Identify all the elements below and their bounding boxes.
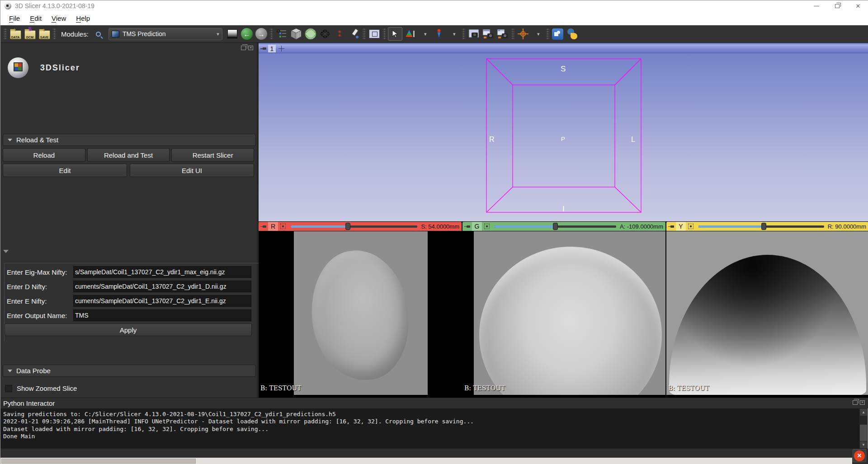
parameters-section: Enter Eig-Max Nifty: Enter D Nifty: Ente… bbox=[4, 263, 259, 341]
reload-button[interactable]: Reload bbox=[3, 148, 85, 162]
undock-console-icon[interactable] bbox=[853, 400, 858, 405]
scroll-down-icon[interactable]: ▼ bbox=[860, 441, 867, 448]
yellow-slice-slider[interactable] bbox=[698, 222, 824, 231]
scroll-up-icon[interactable]: ▲ bbox=[860, 409, 867, 416]
menu-edit[interactable]: Edit bbox=[26, 13, 46, 23]
yellow-slice-letter[interactable]: Y bbox=[676, 222, 686, 231]
toolbar-grip[interactable] bbox=[53, 28, 56, 40]
console-vertical-scrollbar[interactable]: ▲ ▼ bbox=[859, 408, 868, 449]
apply-button[interactable]: Apply bbox=[5, 323, 252, 336]
menu-help[interactable]: Help bbox=[72, 13, 94, 23]
volumes-module-button[interactable] bbox=[289, 27, 303, 41]
screen-capture-button[interactable] bbox=[481, 27, 495, 41]
restart-slicer-button[interactable]: Restart Slicer bbox=[171, 148, 254, 162]
scrollbar-thumb[interactable] bbox=[860, 425, 867, 441]
load-data-button[interactable]: ↑ DATA bbox=[9, 27, 22, 41]
slice-visibility-icon[interactable] bbox=[688, 224, 693, 229]
green-slice-view[interactable]: B: TESTOUT bbox=[462, 231, 665, 398]
place-fiducial-button[interactable] bbox=[432, 27, 446, 41]
save-data-button[interactable]: ↓ SAVE bbox=[38, 27, 51, 41]
module-search-button[interactable] bbox=[92, 27, 105, 41]
threeD-view-label[interactable]: 1 bbox=[268, 45, 276, 52]
pin-icon[interactable] bbox=[668, 225, 674, 229]
history-forward-button[interactable]: → bbox=[255, 27, 268, 41]
history-icon bbox=[227, 29, 237, 38]
close-python-console-button[interactable]: ✕ bbox=[853, 449, 866, 462]
pin-icon[interactable] bbox=[464, 225, 470, 229]
scene-views-button[interactable] bbox=[496, 27, 509, 41]
toolbar-grip[interactable] bbox=[511, 28, 514, 40]
slice-visibility-icon[interactable] bbox=[280, 224, 286, 229]
menu-view[interactable]: View bbox=[47, 13, 70, 23]
screenshot-button[interactable] bbox=[467, 27, 481, 41]
layout-button[interactable] bbox=[368, 27, 381, 41]
window-level-dropdown[interactable]: ▾ bbox=[418, 27, 431, 41]
python-interactor-title: Python Interactor bbox=[3, 399, 55, 407]
pin-icon[interactable] bbox=[260, 47, 266, 51]
undock-panel-icon[interactable] bbox=[241, 46, 246, 50]
minimize-button[interactable] bbox=[806, 0, 827, 11]
python-console[interactable]: Saving predictions to: C:/Slicer/Slicer … bbox=[0, 408, 860, 449]
toolbar-grip[interactable] bbox=[462, 28, 465, 40]
d-nifty-input[interactable] bbox=[73, 281, 251, 292]
load-dicom-button[interactable]: ⇅ DCM bbox=[23, 27, 37, 41]
data-module-button[interactable] bbox=[275, 27, 288, 41]
place-fiducial-dropdown[interactable]: ▾ bbox=[447, 27, 460, 41]
green-slice-annotation: B: TESTOUT bbox=[464, 384, 505, 392]
green-slice-letter[interactable]: G bbox=[472, 222, 482, 231]
toolbar-grip[interactable] bbox=[270, 28, 273, 40]
output-name-label: Enter Output Name: bbox=[5, 312, 73, 319]
e-nifty-input[interactable] bbox=[73, 295, 251, 307]
section-collapse-triangle[interactable] bbox=[3, 250, 9, 253]
python-console-button[interactable] bbox=[566, 27, 579, 41]
crosshair-button[interactable] bbox=[516, 27, 530, 41]
green-slice-slider[interactable] bbox=[495, 222, 616, 231]
slider-handle[interactable] bbox=[761, 223, 766, 230]
toolbar-grip[interactable] bbox=[4, 28, 7, 40]
eig-max-input[interactable] bbox=[73, 266, 251, 278]
red-slice-letter[interactable]: R bbox=[268, 222, 278, 231]
extensions-manager-button[interactable] bbox=[551, 27, 565, 41]
interaction-mode-button[interactable] bbox=[388, 27, 402, 41]
layout-icon bbox=[369, 29, 380, 38]
crosshair-dropdown[interactable]: ▾ bbox=[531, 27, 544, 41]
history-back-button[interactable]: ← bbox=[240, 27, 254, 41]
scrollbar-thumb[interactable] bbox=[1, 459, 196, 464]
show-zoomed-slice-checkbox[interactable] bbox=[5, 385, 12, 392]
edit-button[interactable]: Edit bbox=[3, 164, 127, 177]
toolbar-grip[interactable] bbox=[383, 28, 386, 40]
red-slice-bar: R S: 54.0000mm bbox=[259, 222, 462, 231]
annotations-module-button[interactable] bbox=[347, 27, 361, 41]
module-selector-dropdown[interactable]: TMS Prediction ▾ bbox=[108, 28, 222, 40]
console-horizontal-scrollbar[interactable] bbox=[0, 458, 852, 464]
reload-and-test-button[interactable]: Reload and Test bbox=[87, 148, 170, 162]
slice-visibility-icon[interactable] bbox=[484, 224, 490, 229]
slider-handle[interactable] bbox=[553, 223, 558, 230]
toolbar-grip[interactable] bbox=[363, 28, 366, 40]
pin-icon[interactable] bbox=[260, 225, 266, 229]
transforms-module-button[interactable] bbox=[318, 27, 332, 41]
data-probe-section-header[interactable]: Data Probe bbox=[3, 365, 256, 377]
output-name-input[interactable] bbox=[73, 309, 251, 321]
close-panel-icon[interactable]: ✕ bbox=[248, 46, 253, 50]
menu-file[interactable]: File bbox=[5, 13, 24, 23]
load-dicom-icon: ⇅ DCM bbox=[24, 30, 36, 39]
view-crosshair-icon[interactable] bbox=[278, 46, 284, 52]
markups-module-button[interactable]: ✳ ✳ bbox=[333, 27, 346, 41]
reload-test-section-header[interactable]: Reload & Test bbox=[3, 134, 256, 146]
yellow-slice-view[interactable]: B: TESTOUT bbox=[666, 231, 868, 398]
models-module-button[interactable] bbox=[304, 27, 317, 41]
slider-handle[interactable] bbox=[345, 223, 350, 230]
close-button[interactable]: ✕ bbox=[848, 0, 868, 11]
close-console-icon[interactable]: ✕ bbox=[860, 400, 865, 405]
collapse-triangle-icon bbox=[8, 370, 12, 372]
edit-ui-button[interactable]: Edit UI bbox=[130, 164, 254, 177]
toolbar-grip[interactable] bbox=[546, 28, 549, 40]
red-slice-view[interactable]: B: TESTOUT bbox=[259, 231, 462, 398]
threeD-view[interactable]: 1 S R P L I bbox=[259, 43, 868, 221]
red-slice-slider[interactable] bbox=[291, 222, 417, 231]
maximize-button[interactable] bbox=[827, 0, 848, 11]
window-level-button[interactable] bbox=[403, 27, 417, 41]
module-history-button[interactable] bbox=[226, 27, 239, 41]
slicer-wordmark: 3DSlicer bbox=[40, 63, 80, 73]
